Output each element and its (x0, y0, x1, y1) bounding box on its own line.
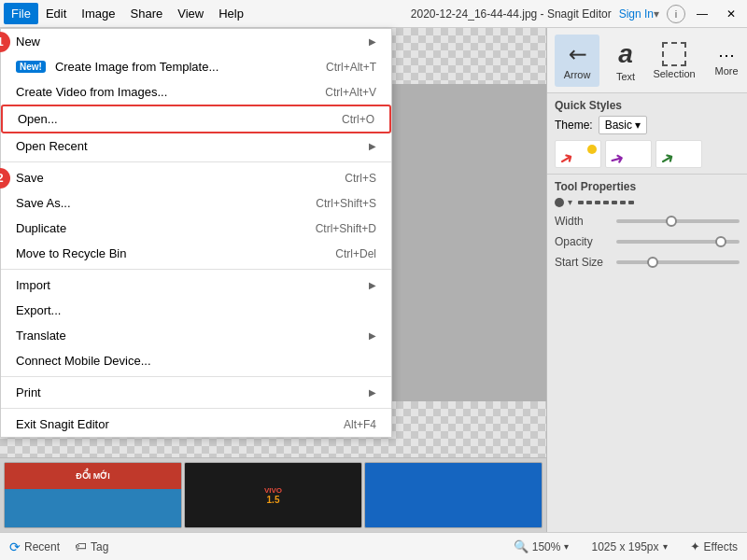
info-button[interactable]: i (667, 5, 685, 23)
tool-properties-title: Tool Properties (555, 180, 740, 193)
menubar-view[interactable]: View (170, 3, 211, 24)
tool-selection-button[interactable]: Selection (652, 35, 697, 87)
dot-control[interactable]: ▾ (555, 197, 572, 207)
recent-button[interactable]: ⟳ Recent (9, 539, 60, 554)
menubar-help[interactable]: Help (211, 3, 251, 24)
dot-dropdown[interactable]: ▾ (568, 197, 572, 207)
menu-item-open-recent[interactable]: Open Recent ▶ (1, 133, 391, 159)
menu-item-connect[interactable]: Connect Mobile Device... (1, 348, 391, 373)
step2-badge: 2 (0, 168, 10, 189)
export-label: Export... (16, 303, 61, 317)
menu-item-import[interactable]: Import ▶ (1, 273, 391, 298)
selection-tool-label: Selection (653, 68, 695, 79)
new-arrow: ▶ (369, 36, 376, 47)
effects-icon: ✦ (690, 539, 700, 553)
menu-item-recycle[interactable]: Move to Recycle Bin Ctrl+Del (1, 241, 391, 266)
dp3 (595, 201, 600, 204)
new-label: New (16, 35, 40, 49)
recycle-shortcut: Ctrl+Del (335, 247, 376, 260)
width-row: Width (555, 215, 740, 228)
width-label: Width (555, 215, 611, 228)
dot-indicator (555, 198, 564, 207)
close-button[interactable]: ✕ (719, 6, 743, 22)
save-shortcut: Ctrl+S (345, 172, 376, 185)
create-image-shortcut: Ctrl+Alt+T (326, 61, 376, 74)
opacity-slider[interactable] (616, 240, 740, 244)
theme-row: Theme: Basic ▾ (555, 116, 740, 134)
swatch-purple[interactable]: ➜ (605, 140, 652, 168)
menu-item-save[interactable]: Save Ctrl+S 2 (1, 165, 391, 190)
tag-button[interactable]: 🏷 Tag (75, 539, 108, 553)
menu-item-export[interactable]: Export... (1, 298, 391, 323)
size-chevron[interactable]: ▾ (663, 541, 668, 552)
create-video-shortcut: Ctrl+Alt+V (325, 86, 376, 99)
start-size-slider[interactable] (616, 260, 740, 264)
minimize-button[interactable]: — (689, 6, 715, 22)
effects-label: Effects (704, 540, 738, 553)
menu-item-save-as[interactable]: Save As... Ctrl+Shift+S (1, 190, 391, 216)
thumbnail-1[interactable]: ĐỔI MỚI (4, 462, 182, 528)
menubar-edit[interactable]: Edit (38, 3, 74, 24)
connect-label: Connect Mobile Device... (16, 354, 151, 368)
more-label: More (714, 65, 738, 77)
menubar-image[interactable]: Image (74, 3, 122, 24)
new-badge: New! (16, 61, 46, 73)
step1-badge: 1 (0, 32, 10, 52)
open-recent-label: Open Recent (16, 139, 88, 153)
thumbnail-3[interactable] (364, 462, 543, 528)
quick-styles-title: Quick Styles (555, 99, 740, 112)
right-panel: ↖ Arrow a Text Selection ⋯ More ⧉ Copy A… (546, 28, 747, 560)
size-display: 1025 x 195px ▾ (591, 540, 667, 553)
menubar-share[interactable]: Share (123, 3, 171, 24)
menubar: File Edit Image Share View Help 2020-12-… (0, 0, 747, 28)
theme-chevron: ▾ (635, 119, 641, 132)
menu-new-container: New ▶ 1 (1, 29, 391, 54)
create-video-label: Create Video from Images... (16, 85, 167, 99)
window-title: 2020-12-24_16-44-44.jpg - Snagit Editor (411, 7, 612, 21)
sign-in-button[interactable]: Sign In (619, 7, 654, 21)
menu-item-duplicate[interactable]: Duplicate Ctrl+Shift+D (1, 216, 391, 241)
print-arrow: ▶ (369, 387, 376, 398)
duplicate-label: Duplicate (16, 221, 66, 235)
sep1 (1, 161, 391, 162)
selection-tool-icon (662, 42, 686, 66)
width-thumb (666, 216, 677, 227)
import-label: Import (16, 278, 50, 292)
duplicate-shortcut: Ctrl+Shift+D (316, 222, 376, 235)
more-icon: ⋯ (718, 45, 735, 65)
menu-item-create-image[interactable]: New! Create Image from Template... Ctrl+… (1, 54, 391, 79)
arrow-tool-label: Arrow (564, 69, 591, 80)
toolbar-row: ↖ Arrow a Text Selection ⋯ More ⧉ Copy A… (547, 28, 747, 93)
save-as-label: Save As... (16, 196, 71, 210)
dots-pattern[interactable] (578, 201, 634, 204)
theme-label: Theme: (555, 119, 593, 132)
menu-item-exit[interactable]: Exit Snagit Editor Alt+F4 (1, 412, 391, 437)
swatch-green[interactable]: ➜ (655, 140, 702, 168)
swatch-red[interactable]: ➜ (555, 140, 601, 168)
tool-text-button[interactable]: a Text (603, 35, 648, 87)
zoom-chevron[interactable]: ▾ (564, 541, 569, 552)
menu-item-translate[interactable]: Translate ▶ (1, 323, 391, 348)
menu-item-print[interactable]: Print ▶ (1, 380, 391, 405)
quick-styles-section: Quick Styles Theme: Basic ▾ ➜ ➜ (547, 93, 747, 175)
bottom-bar: ⟳ Recent 🏷 Tag 🔍 150% ▾ 1025 x 195px ▾ ✦… (0, 532, 747, 560)
effects-button[interactable]: ✦ Effects (690, 539, 738, 553)
opacity-thumb (715, 236, 726, 247)
style-swatches: ➜ ➜ ➜ (555, 140, 740, 168)
menubar-file[interactable]: File (4, 3, 38, 24)
more-tools-button[interactable]: ⋯ More (708, 35, 745, 87)
open-shortcut: Ctrl+O (342, 113, 374, 126)
tool-arrow-button[interactable]: ↖ Arrow (555, 35, 599, 87)
dp4 (603, 201, 609, 204)
width-slider[interactable] (616, 219, 740, 223)
search-icon: 🔍 (514, 539, 529, 553)
menu-item-open[interactable]: Open... Ctrl+O (1, 105, 391, 133)
menu-item-new[interactable]: New ▶ 1 (1, 29, 391, 54)
sep2 (1, 269, 391, 270)
dp1 (578, 201, 584, 204)
save-container: Save Ctrl+S 2 (1, 165, 391, 190)
theme-dropdown[interactable]: Basic ▾ (599, 116, 648, 134)
thumbnail-2[interactable]: VIVO1.5 (184, 462, 362, 528)
recent-label: Recent (24, 540, 60, 553)
menu-item-create-video[interactable]: Create Video from Images... Ctrl+Alt+V (1, 79, 391, 105)
